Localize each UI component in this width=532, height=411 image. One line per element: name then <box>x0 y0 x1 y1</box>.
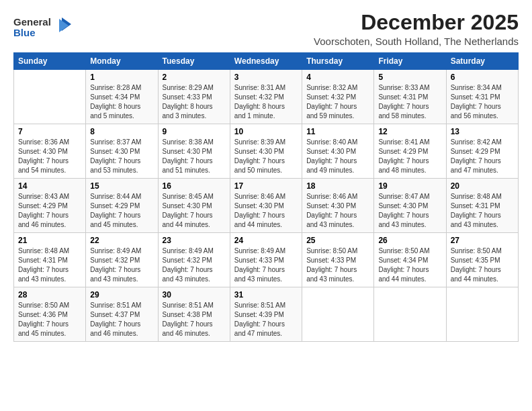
day-info: Sunrise: 8:42 AMSunset: 4:29 PMDaylight:… <box>451 138 514 175</box>
header-monday: Monday <box>86 53 158 70</box>
day-number: 12 <box>378 127 441 136</box>
day-info: Sunrise: 8:50 AMSunset: 4:33 PMDaylight:… <box>306 246 369 284</box>
calendar-cell: 31Sunrise: 8:51 AMSunset: 4:39 PMDayligh… <box>230 287 302 342</box>
calendar-cell: 27Sunrise: 8:50 AMSunset: 4:35 PMDayligh… <box>446 233 518 287</box>
day-number: 10 <box>234 127 298 136</box>
header-friday: Friday <box>374 53 446 70</box>
calendar-cell: 2Sunrise: 8:29 AMSunset: 4:33 PMDaylight… <box>158 70 230 124</box>
day-number: 18 <box>306 181 369 191</box>
calendar-cell <box>446 287 518 342</box>
day-info: Sunrise: 8:51 AMSunset: 4:38 PMDaylight:… <box>163 301 226 338</box>
calendar-table: SundayMondayTuesdayWednesdayThursdayFrid… <box>13 52 519 342</box>
calendar-cell: 18Sunrise: 8:46 AMSunset: 4:30 PMDayligh… <box>302 179 374 233</box>
day-number: 20 <box>451 181 514 191</box>
header-wednesday: Wednesday <box>230 53 302 70</box>
day-number: 28 <box>18 290 81 300</box>
day-info: Sunrise: 8:28 AMSunset: 4:34 PMDaylight:… <box>90 83 153 121</box>
header-row: SundayMondayTuesdayWednesdayThursdayFrid… <box>14 53 519 70</box>
day-number: 5 <box>378 73 441 82</box>
calendar-cell: 25Sunrise: 8:50 AMSunset: 4:33 PMDayligh… <box>302 233 374 287</box>
day-info: Sunrise: 8:50 AMSunset: 4:35 PMDaylight:… <box>451 246 514 284</box>
calendar-cell: 22Sunrise: 8:49 AMSunset: 4:32 PMDayligh… <box>86 233 158 287</box>
header-sunday: Sunday <box>14 53 86 70</box>
calendar-cell: 3Sunrise: 8:31 AMSunset: 4:32 PMDaylight… <box>230 70 302 124</box>
day-number: 24 <box>234 236 298 245</box>
day-number: 3 <box>234 73 298 82</box>
day-info: Sunrise: 8:46 AMSunset: 4:30 PMDaylight:… <box>306 192 369 230</box>
day-number: 22 <box>90 236 153 245</box>
day-info: Sunrise: 8:40 AMSunset: 4:30 PMDaylight:… <box>306 138 369 175</box>
calendar-cell: 5Sunrise: 8:33 AMSunset: 4:31 PMDaylight… <box>374 70 446 124</box>
calendar-cell: 9Sunrise: 8:38 AMSunset: 4:30 PMDaylight… <box>158 124 230 179</box>
calendar-cell: 26Sunrise: 8:50 AMSunset: 4:34 PMDayligh… <box>374 233 446 287</box>
calendar-cell: 23Sunrise: 8:49 AMSunset: 4:32 PMDayligh… <box>158 233 230 287</box>
header-thursday: Thursday <box>302 53 374 70</box>
logo: General Blue <box>13 13 74 44</box>
day-number: 31 <box>234 290 298 300</box>
calendar-cell: 1Sunrise: 8:28 AMSunset: 4:34 PMDaylight… <box>86 70 158 124</box>
logo-svg: General Blue <box>13 13 74 42</box>
day-number: 13 <box>451 127 514 136</box>
svg-text:Blue: Blue <box>13 27 36 38</box>
day-number: 14 <box>18 181 81 191</box>
day-number: 17 <box>234 181 298 191</box>
day-number: 29 <box>90 290 153 300</box>
day-info: Sunrise: 8:41 AMSunset: 4:29 PMDaylight:… <box>378 138 441 175</box>
week-row-3: 21Sunrise: 8:48 AMSunset: 4:31 PMDayligh… <box>14 233 519 287</box>
week-row-2: 14Sunrise: 8:43 AMSunset: 4:29 PMDayligh… <box>14 179 519 233</box>
day-number: 1 <box>90 73 153 82</box>
day-number: 23 <box>163 236 226 245</box>
calendar-cell: 8Sunrise: 8:37 AMSunset: 4:30 PMDaylight… <box>86 124 158 179</box>
calendar-cell: 7Sunrise: 8:36 AMSunset: 4:30 PMDaylight… <box>14 124 86 179</box>
day-info: Sunrise: 8:51 AMSunset: 4:39 PMDaylight:… <box>234 301 298 338</box>
calendar-cell: 28Sunrise: 8:50 AMSunset: 4:36 PMDayligh… <box>14 287 86 342</box>
day-info: Sunrise: 8:29 AMSunset: 4:33 PMDaylight:… <box>163 83 226 121</box>
calendar-cell: 21Sunrise: 8:48 AMSunset: 4:31 PMDayligh… <box>14 233 86 287</box>
calendar-cell: 30Sunrise: 8:51 AMSunset: 4:38 PMDayligh… <box>158 287 230 342</box>
week-row-1: 7Sunrise: 8:36 AMSunset: 4:30 PMDaylight… <box>14 124 519 179</box>
day-info: Sunrise: 8:33 AMSunset: 4:31 PMDaylight:… <box>378 83 441 121</box>
week-row-4: 28Sunrise: 8:50 AMSunset: 4:36 PMDayligh… <box>14 287 519 342</box>
title-block: December 2025 Voorschoten, South Holland… <box>314 11 519 47</box>
day-info: Sunrise: 8:32 AMSunset: 4:32 PMDaylight:… <box>306 83 369 121</box>
header: General Blue December 2025 Voorschoten, … <box>13 11 519 47</box>
calendar-cell: 10Sunrise: 8:39 AMSunset: 4:30 PMDayligh… <box>230 124 302 179</box>
day-info: Sunrise: 8:45 AMSunset: 4:30 PMDaylight:… <box>163 192 226 230</box>
page-title: December 2025 <box>314 11 519 34</box>
page: General Blue December 2025 Voorschoten, … <box>0 0 532 349</box>
calendar-cell <box>374 287 446 342</box>
day-info: Sunrise: 8:48 AMSunset: 4:31 PMDaylight:… <box>18 246 81 284</box>
day-number: 8 <box>90 127 153 136</box>
day-number: 4 <box>306 73 369 82</box>
calendar-cell: 16Sunrise: 8:45 AMSunset: 4:30 PMDayligh… <box>158 179 230 233</box>
day-info: Sunrise: 8:50 AMSunset: 4:34 PMDaylight:… <box>378 246 441 284</box>
day-number: 25 <box>306 236 369 245</box>
day-info: Sunrise: 8:49 AMSunset: 4:33 PMDaylight:… <box>234 246 298 284</box>
calendar-cell: 19Sunrise: 8:47 AMSunset: 4:30 PMDayligh… <box>374 179 446 233</box>
day-info: Sunrise: 8:48 AMSunset: 4:31 PMDaylight:… <box>451 192 514 230</box>
calendar-cell: 4Sunrise: 8:32 AMSunset: 4:32 PMDaylight… <box>302 70 374 124</box>
calendar-cell: 6Sunrise: 8:34 AMSunset: 4:31 PMDaylight… <box>446 70 518 124</box>
day-info: Sunrise: 8:37 AMSunset: 4:30 PMDaylight:… <box>90 138 153 175</box>
day-number: 21 <box>18 236 81 245</box>
calendar-cell: 14Sunrise: 8:43 AMSunset: 4:29 PMDayligh… <box>14 179 86 233</box>
calendar-cell: 13Sunrise: 8:42 AMSunset: 4:29 PMDayligh… <box>446 124 518 179</box>
calendar-cell: 29Sunrise: 8:51 AMSunset: 4:37 PMDayligh… <box>86 287 158 342</box>
header-tuesday: Tuesday <box>158 53 230 70</box>
day-number: 9 <box>163 127 226 136</box>
day-info: Sunrise: 8:36 AMSunset: 4:30 PMDaylight:… <box>18 138 81 175</box>
calendar-cell <box>302 287 374 342</box>
svg-text:General: General <box>13 16 51 28</box>
calendar-cell: 15Sunrise: 8:44 AMSunset: 4:29 PMDayligh… <box>86 179 158 233</box>
day-info: Sunrise: 8:49 AMSunset: 4:32 PMDaylight:… <box>163 246 226 284</box>
calendar-cell <box>14 70 86 124</box>
day-info: Sunrise: 8:34 AMSunset: 4:31 PMDaylight:… <box>451 83 514 121</box>
calendar-cell: 11Sunrise: 8:40 AMSunset: 4:30 PMDayligh… <box>302 124 374 179</box>
day-number: 19 <box>378 181 441 191</box>
calendar-cell: 24Sunrise: 8:49 AMSunset: 4:33 PMDayligh… <box>230 233 302 287</box>
day-info: Sunrise: 8:44 AMSunset: 4:29 PMDaylight:… <box>90 192 153 230</box>
day-number: 26 <box>378 236 441 245</box>
day-number: 30 <box>163 290 226 300</box>
day-info: Sunrise: 8:47 AMSunset: 4:30 PMDaylight:… <box>378 192 441 230</box>
header-saturday: Saturday <box>446 53 518 70</box>
